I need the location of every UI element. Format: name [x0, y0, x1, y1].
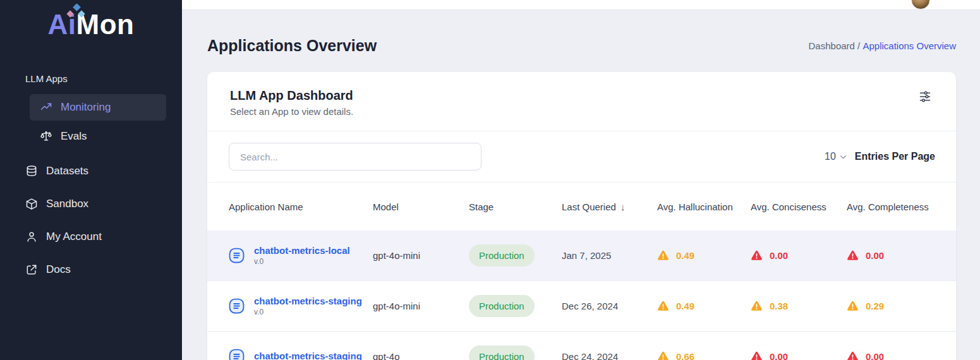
- app-icon: [229, 349, 245, 360]
- user-avatar[interactable]: [911, 0, 930, 9]
- column-header-label: Application Name: [229, 201, 303, 212]
- cube-icon: [25, 198, 38, 210]
- nav-section-llm-apps: LLM Apps: [25, 73, 182, 84]
- last-queried-cell: Jan 7, 2025: [562, 250, 657, 261]
- breadcrumb: Dashboard / Applications Overview: [809, 40, 956, 51]
- column-header-label: Stage: [469, 201, 493, 212]
- column-header-application-name[interactable]: Application Name: [229, 201, 373, 212]
- model-cell: gpt-4o-mini: [373, 250, 469, 261]
- column-header-label: Avg. Completeness: [847, 201, 929, 212]
- sidebar-item-label: Monitoring: [61, 101, 111, 114]
- metric-hallucination: 0.49: [657, 300, 751, 312]
- metric-value: 0.29: [866, 301, 884, 311]
- column-header-label: Model: [373, 201, 399, 212]
- app-icon: [229, 298, 245, 314]
- entries-per-page-select[interactable]: 10: [825, 151, 847, 162]
- application-cell: chatbot-metrics-local v.0: [229, 245, 373, 266]
- app-name-link[interactable]: chatbot-metrics-staging: [254, 351, 362, 360]
- warning-icon: [657, 249, 669, 261]
- column-header-avg-hallucination[interactable]: Avg. Hallucination: [657, 201, 751, 212]
- sidebar-item-datasets[interactable]: Datasets: [18, 156, 166, 186]
- table-header-row: Application NameModelStageLast Queried↓A…: [207, 183, 956, 231]
- app-version: v.0: [254, 257, 350, 266]
- user-icon: [25, 231, 38, 243]
- warning-icon: [657, 300, 669, 312]
- nav-list-main: Datasets Sandbox My Account Docs: [18, 156, 166, 285]
- card-subtitle: Select an App to view details.: [230, 106, 933, 117]
- card-header: LLM App Dashboard Select an App to view …: [207, 72, 956, 131]
- filter-settings-button[interactable]: [916, 87, 935, 106]
- warning-icon: [847, 300, 859, 312]
- chevron-down-icon: [839, 153, 847, 161]
- warning-icon: [751, 300, 763, 312]
- app-logo: AiMon: [0, 9, 182, 40]
- metric-conciseness: 0.00: [751, 249, 847, 261]
- stage-badge: Production: [469, 345, 535, 360]
- metric-hallucination: 0.66: [657, 351, 751, 360]
- table-row[interactable]: chatbot-metrics-local v.0 gpt-4o-mini Pr…: [207, 231, 956, 281]
- column-header-avg-conciseness[interactable]: Avg. Conciseness: [751, 201, 847, 212]
- external-link-icon: [25, 263, 38, 276]
- sidebar-item-monitoring[interactable]: Monitoring: [30, 94, 166, 121]
- warning-icon: [751, 351, 763, 360]
- metric-completeness: 0.00: [847, 351, 956, 360]
- sidebar-item-my-account[interactable]: My Account: [18, 222, 166, 252]
- entries-per-page-label: Entries Per Page: [855, 151, 935, 162]
- sidebar-item-sandbox[interactable]: Sandbox: [18, 189, 166, 219]
- page-title: Applications Overview: [207, 37, 377, 55]
- app-version: v.0: [254, 308, 362, 316]
- sidebar-item-label: Datasets: [46, 165, 88, 177]
- entries-per-page: 10 Entries Per Page: [825, 151, 935, 162]
- column-header-model[interactable]: Model: [373, 201, 469, 212]
- stage-cell: Production: [469, 295, 562, 317]
- entries-per-page-value: 10: [825, 151, 836, 162]
- stage-cell: Production: [469, 244, 562, 267]
- last-queried-cell: Dec 24, 2024: [562, 351, 657, 360]
- metric-completeness: 0.29: [847, 300, 956, 312]
- metric-conciseness: 0.38: [751, 300, 847, 312]
- breadcrumb-separator: /: [855, 40, 863, 51]
- app-name-link[interactable]: chatbot-metrics-local: [254, 245, 350, 256]
- main-content: Applications Overview Dashboard / Applic…: [182, 0, 980, 360]
- table-toolbar: 10 Entries Per Page: [207, 131, 956, 183]
- column-header-avg-completeness[interactable]: Avg. Completeness: [847, 201, 956, 212]
- database-icon: [25, 165, 38, 177]
- sidebar-item-label: My Account: [46, 231, 102, 243]
- breadcrumb-current[interactable]: Applications Overview: [862, 40, 956, 51]
- metric-value: 0.00: [866, 351, 884, 360]
- trending-up-icon: [40, 101, 52, 114]
- table-row[interactable]: chatbot-metrics-staging gpt-4o Productio…: [207, 332, 956, 360]
- column-header-label: Last Queried: [562, 201, 616, 212]
- warning-icon: [657, 351, 669, 360]
- metric-value: 0.38: [770, 301, 788, 311]
- table-row[interactable]: chatbot-metrics-staging v.0 gpt-4o-mini …: [207, 281, 956, 332]
- warning-icon: [847, 351, 859, 360]
- sidebar-item-label: Sandbox: [46, 198, 88, 210]
- sliders-icon: [919, 90, 931, 103]
- application-cell: chatbot-metrics-staging: [229, 349, 373, 360]
- stage-badge: Production: [469, 295, 535, 317]
- topbar: [182, 0, 980, 10]
- sidebar-item-docs[interactable]: Docs: [18, 255, 166, 285]
- app-icon: [229, 248, 245, 263]
- metric-value: 0.49: [676, 250, 694, 261]
- metric-conciseness: 0.00: [751, 351, 847, 360]
- metric-value: 0.00: [770, 250, 788, 261]
- column-header-last-queried[interactable]: Last Queried↓: [562, 201, 657, 212]
- search-input[interactable]: [229, 143, 481, 171]
- column-header-stage[interactable]: Stage: [469, 201, 562, 212]
- stage-cell: Production: [469, 345, 562, 360]
- sort-desc-icon[interactable]: ↓: [620, 201, 626, 212]
- stage-badge: Production: [469, 244, 535, 267]
- app-name-link[interactable]: chatbot-metrics-staging: [254, 296, 362, 306]
- scale-icon: [40, 130, 52, 143]
- logo-cubes-icon: [61, 4, 92, 20]
- metric-value: 0.00: [770, 351, 788, 360]
- sidebar-item-evals[interactable]: Evals: [30, 123, 166, 150]
- metric-completeness: 0.00: [847, 249, 956, 261]
- metric-value: 0.00: [866, 250, 884, 261]
- breadcrumb-dashboard[interactable]: Dashboard: [809, 40, 855, 51]
- sidebar-item-label: Docs: [46, 263, 71, 276]
- card-title: LLM App Dashboard: [230, 88, 933, 103]
- sidebar: AiMon LLM Apps Monitoring Evals Datasets…: [0, 0, 182, 360]
